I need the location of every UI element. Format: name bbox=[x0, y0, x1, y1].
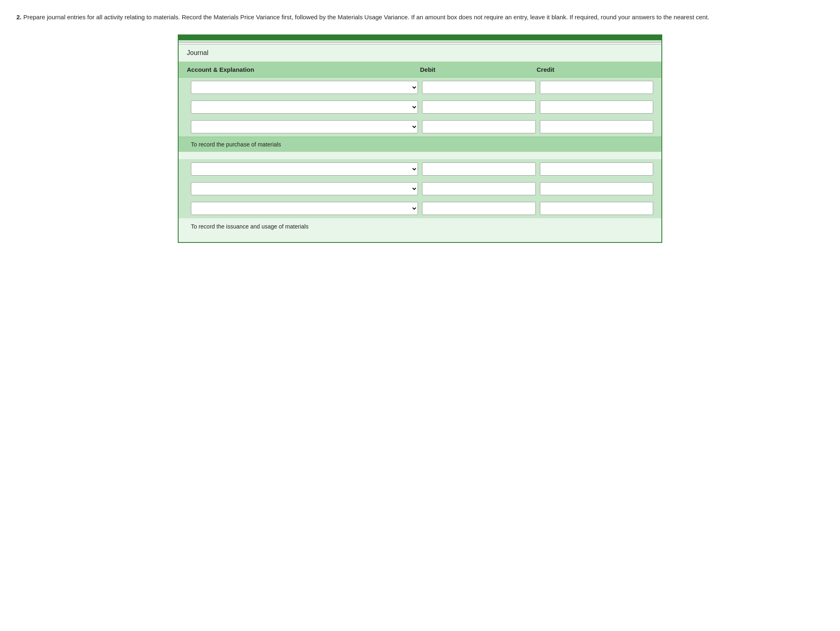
credit-input-2-2[interactable] bbox=[540, 182, 654, 195]
account-select-2-3[interactable] bbox=[191, 202, 418, 215]
account-select-1-2[interactable] bbox=[191, 101, 418, 114]
credit-input-2-3[interactable] bbox=[540, 202, 654, 215]
journal-title: Journal bbox=[187, 49, 208, 56]
journal-header-bar bbox=[179, 35, 661, 40]
account-column-header: Account & Explanation bbox=[187, 66, 420, 73]
debit-input-2-2[interactable] bbox=[422, 182, 536, 195]
credit-input-1-2[interactable] bbox=[540, 101, 654, 114]
entry-row-1-1 bbox=[179, 78, 661, 97]
entry-row-2-2 bbox=[179, 179, 661, 199]
debit-input-1-2[interactable] bbox=[422, 101, 536, 114]
note-row-2: To record the issuance and usage of mate… bbox=[179, 218, 661, 235]
bottom-spacer bbox=[179, 235, 661, 242]
debit-input-2-1[interactable] bbox=[422, 162, 536, 176]
account-select-1-1[interactable] bbox=[191, 81, 418, 94]
journal-container: Journal Account & Explanation Debit Cred… bbox=[178, 34, 662, 243]
group-spacer bbox=[179, 152, 661, 159]
debit-input-1-3[interactable] bbox=[422, 120, 536, 133]
account-select-1-3[interactable] bbox=[191, 120, 418, 133]
note-text-2: To record the issuance and usage of mate… bbox=[191, 223, 308, 230]
note-text-1: To record the purchase of materials bbox=[191, 141, 281, 148]
account-select-2-2[interactable] bbox=[191, 182, 418, 195]
note-row-1: To record the purchase of materials bbox=[179, 137, 661, 152]
question-number: 2. bbox=[16, 14, 22, 21]
entry-row-2-1 bbox=[179, 159, 661, 179]
entry-row-2-3 bbox=[179, 199, 661, 218]
credit-input-1-1[interactable] bbox=[540, 81, 654, 94]
credit-input-1-3[interactable] bbox=[540, 120, 654, 133]
journal-title-row: Journal bbox=[179, 44, 661, 62]
instructions-text: Prepare journal entries for all activity… bbox=[23, 14, 709, 21]
entry-row-1-3 bbox=[179, 117, 661, 137]
account-select-2-1[interactable] bbox=[191, 162, 418, 176]
entry-group-2 bbox=[179, 159, 661, 218]
debit-column-header: Debit bbox=[420, 66, 537, 73]
debit-input-1-1[interactable] bbox=[422, 81, 536, 94]
credit-column-header: Credit bbox=[537, 66, 653, 73]
journal-column-headers: Account & Explanation Debit Credit bbox=[179, 62, 661, 78]
entry-row-1-2 bbox=[179, 97, 661, 117]
debit-input-2-3[interactable] bbox=[422, 202, 536, 215]
instructions: 2. Prepare journal entries for all activ… bbox=[16, 12, 824, 22]
entry-group-1: To record the purchase of materials bbox=[179, 78, 661, 152]
credit-input-2-1[interactable] bbox=[540, 162, 654, 176]
